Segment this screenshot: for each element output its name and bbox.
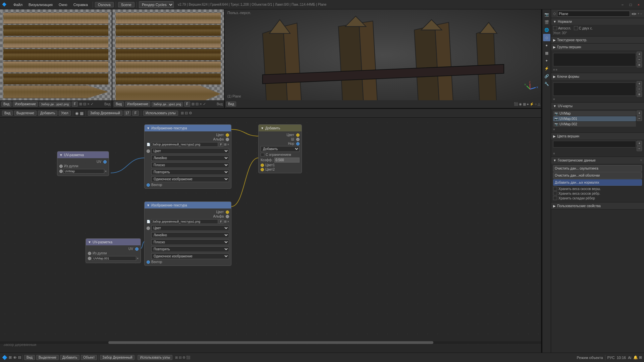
ne-select-btn[interactable]: Выделение — [14, 111, 37, 116]
ne-node-btn[interactable]: Узел — [59, 111, 70, 116]
menu-file[interactable]: Файл — [11, 2, 25, 7]
normals-doublesided-cb[interactable] — [574, 26, 578, 30]
sk-list[interactable] — [553, 82, 636, 96]
node-canvas[interactable]: ▼ UV-разметка UV Из дупли UVMap — [0, 118, 542, 349]
img-tex-1-f[interactable]: F — [219, 142, 223, 147]
img2-image-btn[interactable]: Изображение — [125, 102, 150, 107]
prop-icon-object-data[interactable]: ◇ — [543, 34, 550, 41]
uv-map-row-1[interactable]: 📷 UVMap — [553, 111, 636, 116]
uv-add-btn[interactable]: + — [637, 111, 642, 116]
section-vertex-colors-title[interactable]: ▶ Цвета вершин — [551, 133, 644, 139]
img-tex-1-browse[interactable]: ⊞ — [224, 143, 227, 146]
img1-f-btn[interactable]: F — [72, 102, 78, 107]
img-tex-2-f[interactable]: F — [219, 219, 223, 224]
add-clamp-checkbox[interactable] — [261, 153, 264, 157]
vg-copy-btn[interactable]: ≡ — [637, 62, 642, 67]
img2-view-btn[interactable]: Вид — [114, 102, 124, 107]
sk-copy-btn[interactable]: ≡ — [637, 92, 642, 97]
prop-icon-render[interactable]: 📷 — [543, 11, 550, 18]
status-object-btn[interactable]: Объект — [81, 355, 97, 360]
ne-scrollbar[interactable] — [0, 341, 542, 344]
image-texture-node-1[interactable]: ▼ Изображение-текстура Цвет Альфа — [144, 124, 231, 189]
geom-bevel-edges-cb[interactable] — [553, 191, 557, 195]
status-view-btn[interactable]: Вид — [24, 355, 35, 360]
uv-map-row-2[interactable]: 📷 UVMap.001 — [553, 116, 636, 121]
sk-remove-btn[interactable]: − — [637, 86, 642, 92]
img2-f-btn[interactable]: F — [184, 102, 190, 107]
ne-material-name[interactable]: Забор Деревянный — [88, 111, 122, 116]
geom-clear-sculpt-btn[interactable]: Очистить дан... скульптинга — [553, 165, 642, 172]
vc-remove-btn[interactable]: − — [637, 146, 642, 151]
vc-add-btn[interactable]: + — [637, 141, 642, 146]
img-tex-2-color-select[interactable]: Цвет — [151, 225, 229, 231]
v3d-view-btn[interactable]: Вид — [226, 102, 236, 107]
ne-f-btn[interactable]: F — [132, 111, 139, 116]
uv-node-1-collapse[interactable]: ▼ — [59, 153, 63, 157]
geom-clear-mesh-btn[interactable]: Очистить дан...ной оболочки — [553, 172, 642, 179]
img-tex-2-close[interactable]: × — [227, 220, 229, 223]
menu-help[interactable]: Справка — [71, 2, 91, 7]
prop-icon-world[interactable]: 🌐 — [543, 26, 550, 34]
uv-layout-node-2[interactable]: ▼ UV-разметка UV Из дупли UVMap.001 — [86, 238, 141, 263]
section-custom-title[interactable]: ▶ Пользовательские свойства — [551, 202, 644, 209]
section-vertex-groups-title[interactable]: ▶ Группы вершин — [551, 44, 644, 50]
prop-icon-scene[interactable]: 🎬 — [543, 18, 550, 26]
img-tex-1-close[interactable]: × — [227, 143, 229, 146]
img1-view-btn2[interactable]: Вид — [104, 102, 110, 106]
uv-layout-node-1[interactable]: ▼ UV-разметка UV Из дупли UVMap — [57, 151, 109, 176]
node-editor-area[interactable]: Вид Выделение Добавить Узел ◉ ▦ Забор Де… — [0, 109, 542, 353]
ne-view-btn[interactable]: Вид — [2, 111, 13, 116]
img-tex-1-color-select[interactable]: Цвет — [151, 148, 229, 154]
section-texture-space-title[interactable]: ▶ Текстурное простр. — [551, 37, 644, 43]
add-coeff-value[interactable]: 0.500 — [274, 158, 300, 163]
layout-name[interactable]: Osnova — [95, 2, 114, 7]
menu-view[interactable]: Визуализация — [26, 2, 55, 7]
prop-icon-modifiers[interactable]: 🔧 — [543, 80, 550, 87]
minimize-btn[interactable]: − — [619, 2, 626, 7]
status-add-btn[interactable]: Добавить — [60, 355, 79, 360]
img1-view-btn[interactable]: Вид — [1, 102, 11, 107]
render-engine-select[interactable]: Рендер Cycles — [139, 1, 174, 8]
vg-list[interactable] — [553, 53, 636, 66]
status-icon-1[interactable]: ⊞ — [9, 355, 12, 360]
img-tex-2-collapse[interactable]: ▼ — [147, 203, 150, 207]
prop-icon-physics[interactable]: ⚡ — [543, 65, 550, 72]
sk-add-btn[interactable]: + — [637, 81, 642, 86]
vc-list[interactable] — [553, 141, 636, 147]
scene-name[interactable]: Scene — [118, 2, 135, 7]
img-tex-1-proj-select[interactable]: Плоско — [151, 162, 229, 168]
img-tex-2-repeat-select[interactable]: Повторять — [151, 246, 229, 252]
add-node[interactable]: ▼ Добавить Цвет Ш Нор — [258, 124, 302, 173]
img-tex-2-filename[interactable]: Забор деревянный_текстура1.png — [151, 219, 218, 224]
geom-crease-cb[interactable] — [553, 196, 557, 200]
ne-use-nodes-btn[interactable]: Использовать узлы — [143, 111, 178, 116]
img-tex-2-source-select[interactable]: Одиночное изображение — [151, 253, 229, 259]
prop-icon-constraints[interactable]: 🔗 — [543, 72, 550, 80]
status-use-nodes-btn[interactable]: Использовать узлы — [138, 355, 172, 360]
vg-add-btn[interactable]: + — [637, 52, 642, 57]
img-tex-1-repeat-select[interactable]: Повторять — [151, 169, 229, 175]
img-tex-2-interp-select[interactable]: Линейно — [151, 232, 229, 238]
add-node-collapse[interactable]: ▼ — [261, 126, 264, 130]
section-geom-title[interactable]: ▼ Геометрические данные ≡ — [551, 157, 644, 164]
img-tex-1-collapse[interactable]: ▼ — [147, 126, 150, 130]
normals-autosmooth-cb[interactable] — [553, 26, 557, 30]
status-icon-3[interactable]: ⊟ — [18, 355, 21, 360]
uv-remove-btn[interactable]: − — [637, 116, 642, 121]
prop-icon-material[interactable]: ● — [543, 42, 550, 49]
section-uv-maps-title[interactable]: ▼ UV-карты — [551, 103, 644, 109]
ne-scrollbar-thumb[interactable] — [108, 341, 433, 344]
ne-add-btn[interactable]: Добавить — [38, 111, 57, 116]
status-blender-icon[interactable]: 🔷 — [2, 355, 7, 360]
img1-image-btn[interactable]: Изображение — [13, 102, 38, 107]
img-tex-1-source-select[interactable]: Одиночное изображение — [151, 176, 229, 182]
uv-map-name-1[interactable]: UVMap — [63, 169, 104, 174]
geom-add-normals-btn[interactable]: Добавить дан...ых нормалях — [553, 179, 642, 186]
img-tex-2-browse[interactable]: ⊞ — [224, 220, 227, 223]
menu-window[interactable]: Окно — [56, 2, 70, 7]
close-btn[interactable]: × — [635, 2, 642, 7]
ne-type-icon-1[interactable]: ◉ — [75, 111, 78, 116]
uv-map-x-1[interactable]: × — [105, 170, 107, 173]
img2-view-btn2[interactable]: Вид — [217, 102, 223, 106]
maximize-btn[interactable]: □ — [627, 2, 634, 7]
